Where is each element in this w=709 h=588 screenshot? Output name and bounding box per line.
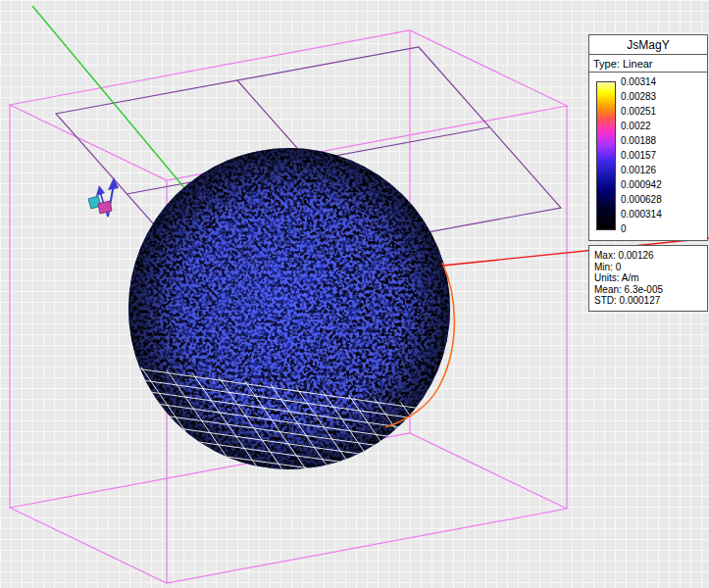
- colorbar-tick: 0.00251: [621, 106, 656, 117]
- field-stats-panel: Max: 0.00126 Min: 0 Units: A/m Mean: 6.3…: [588, 245, 708, 312]
- colorbar-tick: 0.000942: [621, 179, 662, 190]
- stat-max: Max: 0.00126: [594, 250, 702, 262]
- legend-title: JsMagY: [589, 35, 707, 55]
- stat-min: Min: 0: [594, 262, 702, 273]
- colorbar-ticks: 0.00314 0.00283 0.00251 0.0022 0.00188 0…: [621, 81, 702, 228]
- colorbar-gradient[interactable]: [596, 81, 616, 230]
- colorbar-legend-panel: JsMagY Type: Linear 0.00314 0.00283 0.00…: [588, 34, 708, 241]
- colorbar-tick: 0.00314: [621, 76, 656, 87]
- y-axis-line: [32, 6, 201, 208]
- colorbar-tick: 0.00283: [621, 91, 656, 102]
- colorbar-tick: 0.0022: [621, 121, 651, 131]
- sphere-field-plot[interactable]: [123, 142, 456, 475]
- stat-std: STD: 0.000127: [594, 295, 702, 307]
- colorbar-tick: 0.00188: [621, 135, 656, 146]
- port-arrow-head-1: [108, 177, 119, 190]
- legend-scale-type: Type: Linear: [589, 55, 707, 73]
- colorbar-tick: 0.00126: [621, 165, 656, 175]
- colorbar-tick: 0.000628: [621, 194, 662, 205]
- colorbar-tick: 0.00157: [621, 150, 656, 161]
- stat-mean: Mean: 6.3e-005: [594, 284, 702, 296]
- colorbar-tick: 0.000314: [621, 209, 662, 220]
- colorbar-tick: 0: [621, 223, 627, 234]
- colorbar-row: 0.00314 0.00283 0.00251 0.0022 0.00188 0…: [589, 73, 707, 240]
- port-arrow-head-2: [96, 185, 105, 196]
- port-marker[interactable]: [88, 177, 119, 217]
- stat-units: Units: A/m: [594, 272, 702, 284]
